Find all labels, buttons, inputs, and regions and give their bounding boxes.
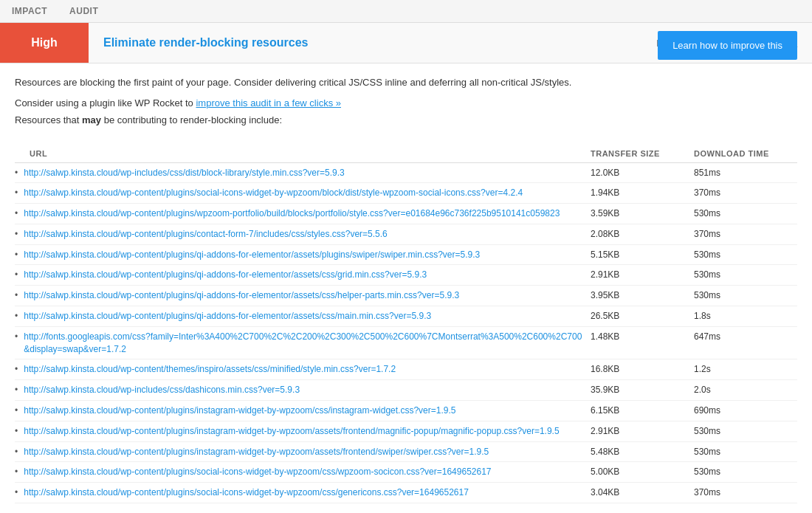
url-link[interactable]: http://salwp.kinsta.cloud/wp-content/plu… [24,404,455,417]
col-time: DOWNLOAD TIME [694,149,797,158]
description-text: Resources are blocking the first paint o… [15,75,620,90]
url-link[interactable]: http://salwp.kinsta.cloud/wp-content/plu… [24,466,491,478]
table-row: • http://salwp.kinsta.cloud/wp-content/p… [15,483,797,503]
url-link[interactable]: http://salwp.kinsta.cloud/wp-content/plu… [24,249,480,261]
url-link[interactable]: http://salwp.kinsta.cloud/wp-includes/cs… [24,167,345,179]
bullet-icon: • [15,487,18,497]
url-link[interactable]: http://salwp.kinsta.cloud/wp-content/plu… [24,310,431,323]
learn-button[interactable]: Learn how to improve this [658,31,797,60]
time-cell: 530ms [694,289,797,300]
bullet-icon: • [15,466,18,477]
table-row: • http://salwp.kinsta.cloud/wp-includes/… [15,380,797,401]
size-cell: 35.9KB [591,384,694,395]
bullet-icon: • [15,290,18,300]
bullet-icon: • [15,187,18,198]
bullet-icon: • [15,385,18,395]
url-link[interactable]: http://salwp.kinsta.cloud/wp-content/plu… [24,228,388,241]
url-cell: • http://salwp.kinsta.cloud/wp-content/p… [15,187,591,199]
bullet-icon: • [15,331,18,342]
url-cell: • http://salwp.kinsta.cloud/wp-includes/… [15,384,591,396]
plugin-link[interactable]: improve this audit in a few clicks » [196,97,341,109]
table-row: • http://salwp.kinsta.cloud/wp-content/p… [15,401,797,421]
resources-line: Resources that may be contributing to re… [15,114,646,125]
bullet-icon: • [15,447,18,457]
size-cell: 1.48KB [591,331,694,342]
bullet-icon: • [15,311,18,321]
content-area: Resources are blocking the first paint o… [0,63,812,513]
time-cell: 530ms [694,466,797,477]
url-cell: • http://fonts.googleapis.com/css?family… [15,331,591,356]
table-row: • http://salwp.kinsta.cloud/wp-content/p… [15,245,797,266]
high-badge: High [0,23,89,63]
url-cell: • http://salwp.kinsta.cloud/wp-content/p… [15,228,591,241]
table-row: • http://salwp.kinsta.cloud/wp-content/p… [15,421,797,442]
time-cell: 647ms [694,331,797,342]
plugin-line: Consider using a plugin like WP Rocket t… [15,97,646,109]
size-cell: 5.48KB [591,446,694,457]
time-cell: 530ms [694,249,797,260]
url-link[interactable]: http://salwp.kinsta.cloud/wp-content/plu… [24,289,459,302]
url-link[interactable]: http://salwp.kinsta.cloud/wp-content/plu… [24,187,523,199]
table-row: • http://salwp.kinsta.cloud/wp-content/p… [15,224,797,245]
url-cell: • http://salwp.kinsta.cloud/wp-content/p… [15,404,591,417]
url-link[interactable]: http://salwp.kinsta.cloud/wp-content/plu… [24,269,427,281]
time-cell: 370ms [694,486,797,497]
plugin-text-before: Consider using a plugin like WP Rocket t… [15,97,196,109]
col-size: TRANSFER SIZE [591,149,694,158]
size-cell: 2.91KB [591,425,694,436]
bullet-icon: • [15,208,18,218]
table-header: URL TRANSFER SIZE DOWNLOAD TIME [15,145,797,163]
table-row: • http://fonts.googleapis.com/css?family… [15,327,797,360]
size-cell: 1.94KB [591,187,694,198]
time-cell: 1.2s [694,363,797,374]
bullet-icon: • [15,426,18,436]
time-cell: 530ms [694,269,797,280]
size-cell: 6.15KB [591,404,694,416]
url-link[interactable]: http://fonts.googleapis.com/css?family=I… [24,331,583,356]
audit-title: Eliminate render-blocking resources [89,36,641,49]
size-cell: 3.04KB [591,486,694,497]
url-link[interactable]: http://salwp.kinsta.cloud/wp-content/the… [24,363,396,376]
time-cell: 690ms [694,404,797,416]
table-row: • http://salwp.kinsta.cloud/wp-content/p… [15,183,797,204]
time-cell: 370ms [694,187,797,198]
time-cell: 1.8s [694,310,797,321]
tab-audit[interactable]: AUDIT [69,6,98,22]
top-tabs: IMPACT AUDIT [0,0,812,23]
table-row: • http://salwp.kinsta.cloud/wp-content/p… [15,265,797,286]
time-cell: 530ms [694,207,797,218]
url-link[interactable]: http://salwp.kinsta.cloud/wp-content/plu… [24,446,489,458]
size-cell: 16.8KB [591,363,694,374]
resources-may: may [82,114,101,125]
bullet-icon: • [15,269,18,280]
url-link[interactable]: http://salwp.kinsta.cloud/wp-includes/cs… [24,384,300,396]
bullet-icon: • [15,168,18,178]
url-cell: • http://salwp.kinsta.cloud/wp-content/t… [15,363,591,376]
size-cell: 2.08KB [591,228,694,239]
time-cell: 370ms [694,228,797,239]
size-cell: 2.91KB [591,269,694,280]
url-link[interactable]: http://salwp.kinsta.cloud/wp-content/plu… [24,486,469,499]
url-cell: • http://salwp.kinsta.cloud/wp-content/p… [15,269,591,281]
table-body: • http://salwp.kinsta.cloud/wp-includes/… [15,163,797,504]
url-cell: • http://salwp.kinsta.cloud/wp-content/p… [15,425,591,438]
time-cell: 530ms [694,425,797,436]
url-link[interactable]: http://salwp.kinsta.cloud/wp-content/plu… [24,425,559,438]
bullet-icon: • [15,249,18,260]
table-row: • http://salwp.kinsta.cloud/wp-includes/… [15,163,797,184]
size-cell: 3.95KB [591,289,694,300]
table-row: • http://salwp.kinsta.cloud/wp-content/p… [15,442,797,463]
url-cell: • http://salwp.kinsta.cloud/wp-content/p… [15,249,591,261]
url-cell: • http://salwp.kinsta.cloud/wp-includes/… [15,167,591,179]
size-cell: 12.0KB [591,167,694,178]
url-link[interactable]: http://salwp.kinsta.cloud/wp-content/plu… [24,207,560,220]
table-row: • http://salwp.kinsta.cloud/wp-content/p… [15,462,797,483]
size-cell: 3.59KB [591,207,694,218]
url-cell: • http://salwp.kinsta.cloud/wp-content/p… [15,466,591,478]
time-cell: 530ms [694,446,797,457]
size-cell: 26.5KB [591,310,694,321]
tab-impact[interactable]: IMPACT [12,6,47,22]
resource-table: URL TRANSFER SIZE DOWNLOAD TIME • http:/… [15,145,797,504]
size-cell: 5.00KB [591,466,694,477]
bullet-icon: • [15,405,18,416]
